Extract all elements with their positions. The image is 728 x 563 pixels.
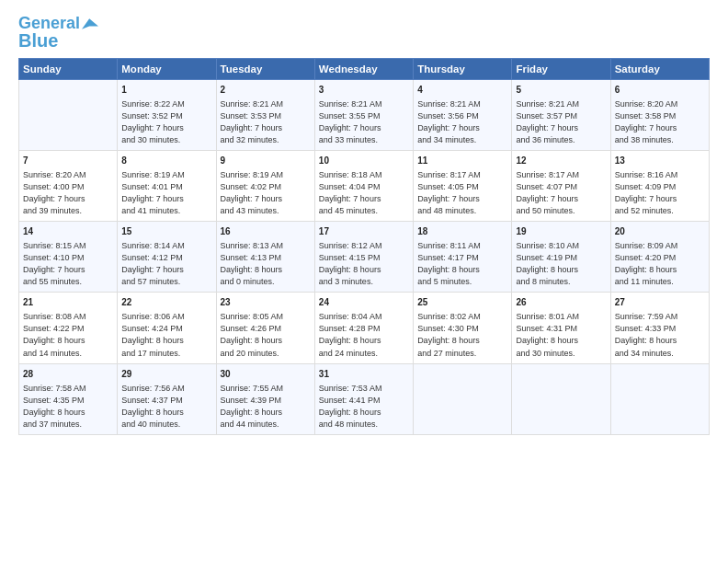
cell-content: Sunrise: 8:12 AMSunset: 4:15 PMDaylight:… bbox=[319, 240, 409, 288]
day-number: 7 bbox=[23, 155, 113, 167]
cell-line: and 50 minutes. bbox=[516, 206, 574, 215]
cell-line: and 57 minutes. bbox=[121, 277, 180, 286]
calendar-cell: 1Sunrise: 8:22 AMSunset: 3:52 PMDaylight… bbox=[118, 79, 216, 150]
week-row-1: 1Sunrise: 8:22 AMSunset: 3:52 PMDaylight… bbox=[19, 79, 710, 150]
cell-content: Sunrise: 8:08 AMSunset: 4:22 PMDaylight:… bbox=[23, 311, 113, 359]
cell-content: Sunrise: 8:19 AMSunset: 4:01 PMDaylight:… bbox=[121, 169, 211, 217]
calendar-cell bbox=[512, 363, 610, 434]
cell-content: Sunrise: 8:02 AMSunset: 4:30 PMDaylight:… bbox=[417, 311, 507, 359]
page: General Blue SundayMondayTuesdayWednesda… bbox=[0, 0, 728, 563]
cell-line: Daylight: 7 hours bbox=[319, 194, 381, 203]
day-number: 22 bbox=[121, 296, 211, 309]
cell-line: Sunrise: 8:17 AM bbox=[516, 170, 579, 179]
day-number: 27 bbox=[615, 296, 705, 309]
cell-line: Sunrise: 8:22 AM bbox=[121, 99, 185, 109]
calendar-cell: 13Sunrise: 8:16 AMSunset: 4:09 PMDayligh… bbox=[610, 150, 709, 221]
cell-line: and 24 minutes. bbox=[319, 349, 378, 358]
day-number: 9 bbox=[221, 155, 311, 167]
day-number: 26 bbox=[516, 296, 606, 309]
cell-line: Sunset: 4:13 PM bbox=[221, 253, 282, 262]
week-row-4: 21Sunrise: 8:08 AMSunset: 4:22 PMDayligh… bbox=[19, 293, 710, 363]
cell-line: Daylight: 8 hours bbox=[516, 336, 578, 345]
cell-line: Sunrise: 8:08 AM bbox=[23, 312, 86, 321]
cell-line: Sunset: 4:07 PM bbox=[516, 182, 577, 191]
cell-line: Sunset: 4:26 PM bbox=[221, 324, 282, 333]
cell-content: Sunrise: 8:19 AMSunset: 4:02 PMDaylight:… bbox=[221, 169, 311, 217]
calendar-cell bbox=[414, 363, 512, 434]
cell-line: Sunrise: 8:21 AM bbox=[516, 99, 579, 109]
calendar-cell: 25Sunrise: 8:02 AMSunset: 4:30 PMDayligh… bbox=[414, 293, 512, 363]
cell-content: Sunrise: 8:17 AMSunset: 4:07 PMDaylight:… bbox=[516, 169, 606, 217]
day-number: 16 bbox=[221, 225, 311, 238]
cell-line: Sunrise: 8:20 AM bbox=[615, 99, 678, 109]
cell-line: Daylight: 8 hours bbox=[221, 408, 283, 417]
day-number: 21 bbox=[23, 296, 113, 309]
cell-line: Sunrise: 8:02 AM bbox=[417, 312, 481, 321]
calendar-cell: 28Sunrise: 7:58 AMSunset: 4:35 PMDayligh… bbox=[19, 363, 118, 434]
cell-content: Sunrise: 8:13 AMSunset: 4:13 PMDaylight:… bbox=[221, 240, 311, 288]
day-number: 3 bbox=[319, 84, 409, 97]
cell-line: Sunrise: 8:10 AM bbox=[516, 241, 579, 250]
cell-content: Sunrise: 8:14 AMSunset: 4:12 PMDaylight:… bbox=[121, 240, 211, 288]
day-number: 17 bbox=[319, 225, 409, 238]
cell-line: and 5 minutes. bbox=[417, 277, 472, 286]
cell-line: Daylight: 8 hours bbox=[319, 336, 381, 345]
cell-line: and 32 minutes. bbox=[221, 135, 279, 144]
day-number: 5 bbox=[516, 84, 606, 97]
cell-content: Sunrise: 8:09 AMSunset: 4:20 PMDaylight:… bbox=[615, 240, 705, 288]
calendar-cell: 10Sunrise: 8:18 AMSunset: 4:04 PMDayligh… bbox=[314, 150, 413, 221]
cell-content: Sunrise: 7:55 AMSunset: 4:39 PMDaylight:… bbox=[221, 383, 311, 431]
cell-line: Daylight: 7 hours bbox=[516, 123, 578, 132]
calendar-cell: 23Sunrise: 8:05 AMSunset: 4:26 PMDayligh… bbox=[216, 293, 314, 363]
calendar-cell: 19Sunrise: 8:10 AMSunset: 4:19 PMDayligh… bbox=[512, 222, 610, 293]
cell-line: and 34 minutes. bbox=[417, 135, 476, 144]
cell-content: Sunrise: 7:53 AMSunset: 4:41 PMDaylight:… bbox=[319, 383, 409, 431]
cell-line: Sunrise: 8:06 AM bbox=[121, 312, 185, 321]
cell-content: Sunrise: 8:21 AMSunset: 3:55 PMDaylight:… bbox=[319, 98, 409, 146]
calendar-cell: 18Sunrise: 8:11 AMSunset: 4:17 PMDayligh… bbox=[414, 222, 512, 293]
cell-line: and 37 minutes. bbox=[23, 419, 82, 429]
cell-line: Daylight: 7 hours bbox=[417, 123, 480, 132]
cell-line: and 34 minutes. bbox=[615, 349, 674, 358]
calendar-cell: 7Sunrise: 8:20 AMSunset: 4:00 PMDaylight… bbox=[19, 150, 118, 221]
cell-line: Daylight: 8 hours bbox=[23, 408, 85, 417]
cell-line: and 27 minutes. bbox=[417, 349, 476, 358]
cell-line: and 48 minutes. bbox=[417, 206, 476, 215]
cell-line: Sunset: 4:12 PM bbox=[121, 253, 183, 262]
cell-line: and 43 minutes. bbox=[221, 206, 279, 215]
cell-line: Sunrise: 8:14 AM bbox=[121, 241, 185, 250]
cell-line: Sunrise: 8:01 AM bbox=[516, 312, 579, 321]
cell-line: Sunrise: 7:59 AM bbox=[615, 312, 678, 321]
cell-line: Sunset: 3:53 PM bbox=[221, 111, 282, 121]
cell-content: Sunrise: 8:11 AMSunset: 4:17 PMDaylight:… bbox=[417, 240, 507, 288]
header: General Blue bbox=[18, 15, 710, 51]
calendar-cell: 3Sunrise: 8:21 AMSunset: 3:55 PMDaylight… bbox=[314, 79, 413, 150]
cell-line: and 17 minutes. bbox=[121, 349, 180, 358]
calendar-cell bbox=[19, 79, 118, 150]
cell-line: Daylight: 7 hours bbox=[221, 194, 283, 203]
cell-line: Daylight: 7 hours bbox=[221, 123, 283, 132]
cell-line: and 48 minutes. bbox=[319, 419, 378, 429]
cell-line: Sunrise: 8:21 AM bbox=[417, 99, 481, 109]
cell-line: and 36 minutes. bbox=[516, 135, 574, 144]
cell-content: Sunrise: 8:20 AMSunset: 4:00 PMDaylight:… bbox=[23, 169, 113, 217]
cell-line: Sunrise: 7:58 AM bbox=[23, 384, 86, 393]
cell-content: Sunrise: 8:04 AMSunset: 4:28 PMDaylight:… bbox=[319, 311, 409, 359]
cell-line: Sunrise: 8:17 AM bbox=[417, 170, 481, 179]
cell-line: Daylight: 8 hours bbox=[121, 408, 184, 417]
calendar-cell: 2Sunrise: 8:21 AMSunset: 3:53 PMDaylight… bbox=[216, 79, 314, 150]
col-header-monday: Monday bbox=[118, 58, 216, 79]
cell-content: Sunrise: 7:56 AMSunset: 4:37 PMDaylight:… bbox=[121, 383, 211, 431]
cell-line: Sunset: 4:24 PM bbox=[121, 324, 183, 333]
cell-line: Sunset: 4:33 PM bbox=[615, 324, 677, 333]
calendar-cell: 30Sunrise: 7:55 AMSunset: 4:39 PMDayligh… bbox=[216, 363, 314, 434]
calendar-cell: 21Sunrise: 8:08 AMSunset: 4:22 PMDayligh… bbox=[19, 293, 118, 363]
calendar-cell: 9Sunrise: 8:19 AMSunset: 4:02 PMDaylight… bbox=[216, 150, 314, 221]
cell-line: Sunset: 4:31 PM bbox=[516, 324, 577, 333]
cell-line: Daylight: 8 hours bbox=[221, 265, 283, 274]
logo-blue: Blue bbox=[18, 30, 58, 51]
calendar-cell: 4Sunrise: 8:21 AMSunset: 3:56 PMDaylight… bbox=[414, 79, 512, 150]
cell-content: Sunrise: 8:22 AMSunset: 3:52 PMDaylight:… bbox=[121, 98, 211, 146]
calendar-cell: 17Sunrise: 8:12 AMSunset: 4:15 PMDayligh… bbox=[314, 222, 413, 293]
col-header-saturday: Saturday bbox=[610, 58, 709, 79]
